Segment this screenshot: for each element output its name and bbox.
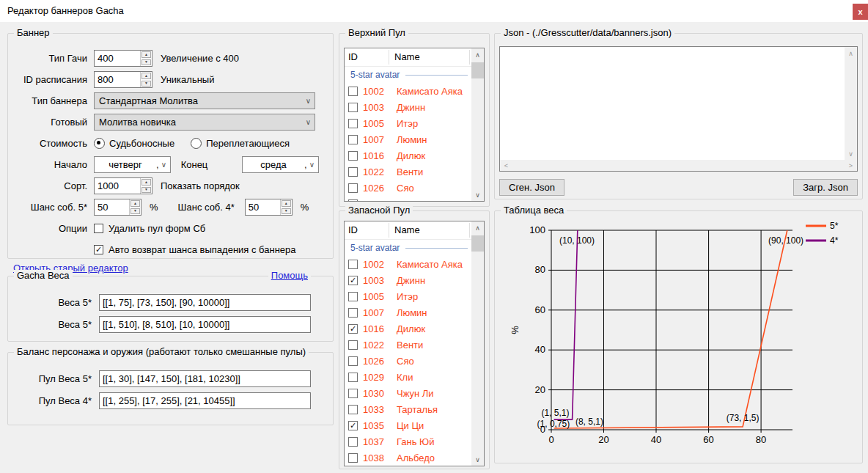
json-horizontal-scrollbar[interactable]: < > — [500, 160, 857, 171]
list-item[interactable]: 1035Ци Ци — [345, 417, 484, 433]
spin-down-icon[interactable]: ▼ — [130, 208, 140, 215]
item-checkbox[interactable] — [348, 405, 358, 414]
spin-down-icon[interactable]: ▼ — [141, 81, 151, 87]
spin-up-icon[interactable]: ▲ — [141, 51, 151, 58]
scroll-left-icon[interactable]: < — [500, 160, 512, 171]
item-id: 1038 — [363, 452, 392, 463]
svg-text:(90, 100): (90, 100) — [768, 235, 803, 246]
weights5-input-2[interactable] — [99, 316, 311, 333]
radio-icon[interactable] — [94, 138, 105, 149]
scroll-up-icon[interactable]: ∧ — [471, 48, 484, 61]
cost-option-intertwined[interactable]: Переплетающиеся — [191, 138, 290, 149]
scroll-right-icon[interactable]: > — [845, 160, 857, 171]
percent-label: % — [301, 202, 309, 213]
list-item[interactable]: 1022Венти — [345, 337, 484, 353]
remove-pool-checkbox[interactable] — [94, 224, 103, 233]
gacha-type-value[interactable]: 400 — [95, 51, 140, 66]
list-scrollbar[interactable]: ∧∨ — [471, 48, 484, 201]
item-checkbox[interactable] — [348, 151, 358, 161]
item-checkbox[interactable] — [348, 260, 358, 269]
weights5-input-1[interactable] — [99, 294, 311, 311]
item-checkbox[interactable] — [348, 103, 358, 112]
list-item[interactable]: 1002Камисато Аяка — [345, 256, 484, 272]
json-vertical-scrollbar[interactable]: ∧ ∨ — [845, 47, 857, 160]
item-checkbox[interactable] — [348, 292, 358, 301]
list-item[interactable]: 1003Джинн — [345, 272, 484, 288]
sort-value[interactable]: 1000 — [95, 178, 140, 194]
item-checkbox[interactable] — [348, 340, 358, 350]
list-item[interactable]: 1033Тарталья — [345, 401, 484, 417]
auto-return-checkbox[interactable] — [94, 245, 103, 254]
scroll-up-icon[interactable]: ∧ — [845, 47, 857, 59]
event-chance5-spinner[interactable]: 50 ▲▼ — [94, 199, 141, 216]
item-checkbox[interactable] — [348, 421, 358, 430]
list-item[interactable]: 1029Кли — [345, 369, 484, 385]
event-chance4-spinner[interactable]: 50 ▲▼ — [245, 199, 293, 216]
list-item[interactable]: 1007Люмин — [345, 131, 484, 147]
close-button[interactable]: x — [853, 4, 868, 20]
spin-up-icon[interactable]: ▲ — [130, 200, 140, 207]
item-checkbox[interactable] — [348, 308, 358, 318]
list-item[interactable]: 1016Дилюк — [345, 147, 484, 164]
gacha-type-spinner[interactable]: 400 ▲▼ — [94, 50, 152, 67]
scroll-down-icon[interactable]: ∨ — [471, 453, 484, 466]
list-item[interactable]: 1030Чжун Ли — [345, 385, 484, 401]
item-id: 1016 — [363, 150, 392, 161]
item-checkbox[interactable] — [348, 373, 358, 382]
item-checkbox[interactable] — [348, 356, 358, 366]
event-chance5-value[interactable]: 50 — [95, 199, 129, 215]
scroll-thumb[interactable] — [471, 62, 484, 78]
scroll-thumb[interactable] — [471, 235, 484, 252]
list-item[interactable]: 1002Камисато Аяка — [345, 83, 484, 99]
list-item[interactable]: 1037Гань Юй — [345, 433, 484, 450]
list-item-partial — [345, 196, 484, 202]
list-scrollbar[interactable]: ∧∨ — [471, 221, 484, 466]
banner-type-dropdown[interactable]: Стандартная Молитва ∨ — [94, 92, 315, 109]
pool-weights5-input[interactable] — [99, 370, 311, 387]
upper-pool-list[interactable]: IDName5-star avatar1002Камисато Аяка1003… — [344, 48, 485, 202]
list-item[interactable]: 1026Сяо — [345, 180, 484, 196]
spin-down-icon[interactable]: ▼ — [282, 208, 291, 215]
spin-up-icon[interactable]: ▲ — [141, 179, 151, 186]
help-link[interactable]: Помощь — [268, 270, 311, 281]
item-checkbox[interactable] — [348, 389, 358, 398]
list-item[interactable]: 1005Итэр — [345, 115, 484, 131]
list-item[interactable]: 1007Люмин — [345, 304, 484, 320]
schedule-id-value[interactable]: 800 — [95, 72, 140, 87]
item-checkbox[interactable] — [348, 276, 358, 285]
item-checkbox[interactable] — [348, 324, 358, 334]
event-chance4-value[interactable]: 50 — [246, 199, 280, 215]
scroll-down-icon[interactable]: ∨ — [845, 147, 857, 160]
scroll-down-icon[interactable]: ∨ — [471, 188, 484, 201]
start-dropdown[interactable]: четверг , ∨ — [94, 156, 171, 173]
generate-json-button[interactable]: Сген. Json — [499, 179, 564, 196]
sort-spinner[interactable]: 1000 ▲▼ — [94, 177, 152, 194]
item-checkbox[interactable] — [348, 87, 358, 96]
spin-up-icon[interactable]: ▲ — [141, 73, 151, 79]
reserve-pool-list[interactable]: IDName5-star avatar1002Камисато Аяка1003… — [344, 221, 485, 466]
scroll-up-icon[interactable]: ∧ — [471, 221, 484, 234]
spin-down-icon[interactable]: ▼ — [141, 187, 151, 194]
spin-down-icon[interactable]: ▼ — [141, 59, 151, 66]
pool-weights4-input[interactable] — [99, 392, 311, 409]
list-item[interactable]: 1026Сяо — [345, 353, 484, 369]
list-item[interactable]: 1016Дилюк — [345, 320, 484, 337]
list-item[interactable]: 1003Джинн — [345, 99, 484, 115]
item-checkbox[interactable] — [348, 437, 358, 447]
radio-icon[interactable] — [191, 138, 202, 149]
spin-up-icon[interactable]: ▲ — [282, 200, 291, 207]
item-checkbox[interactable] — [348, 183, 358, 193]
cost-option-fate[interactable]: Судьбоносные — [94, 138, 174, 149]
load-json-button[interactable]: Загр. Json — [793, 179, 858, 196]
list-item[interactable]: 1038Альбедо — [345, 450, 484, 466]
list-item[interactable]: 1022Венти — [345, 164, 484, 180]
json-textarea[interactable] — [500, 47, 845, 160]
item-checkbox[interactable] — [348, 135, 358, 144]
end-dropdown[interactable]: среда , ∨ — [242, 156, 319, 173]
item-checkbox[interactable] — [348, 167, 358, 177]
prefab-dropdown[interactable]: Молитва новичка ∨ — [94, 114, 315, 131]
schedule-id-spinner[interactable]: 800 ▲▼ — [94, 71, 152, 88]
item-checkbox[interactable] — [348, 119, 358, 128]
list-item[interactable]: 1005Итэр — [345, 288, 484, 304]
item-checkbox[interactable] — [348, 453, 358, 463]
